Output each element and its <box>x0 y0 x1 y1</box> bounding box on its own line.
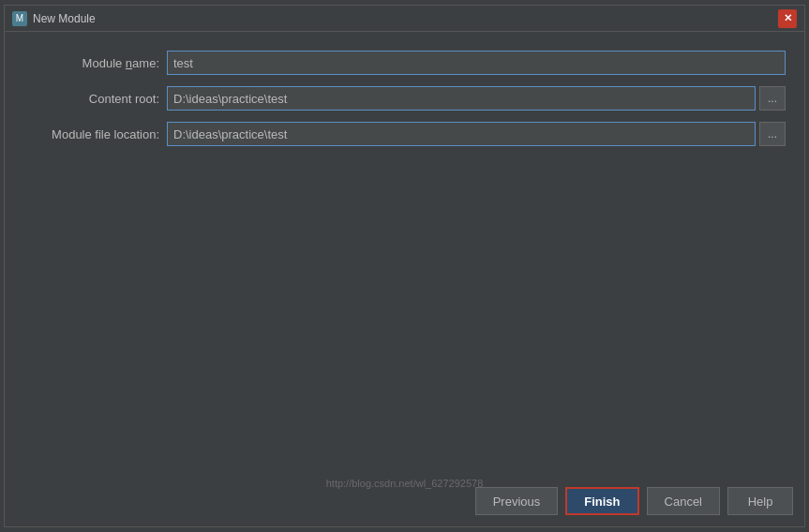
dialog-content: Module name: Content root: ... Module fi… <box>5 32 804 480</box>
watermark: http://blog.csdn.net/wl_627292578 <box>326 478 484 489</box>
module-file-location-input-wrapper: ... <box>167 122 786 146</box>
module-file-location-row: Module file location: ... <box>23 122 786 146</box>
content-root-label: Content root: <box>23 92 159 106</box>
module-file-location-label: Module file location: <box>23 127 159 141</box>
content-spacer <box>23 146 786 470</box>
help-button[interactable]: Help <box>727 487 793 515</box>
module-name-input-wrapper <box>167 51 786 75</box>
module-name-row: Module name: <box>23 51 786 75</box>
content-root-input[interactable] <box>167 86 756 111</box>
previous-button[interactable]: Previous <box>475 487 559 515</box>
title-bar-left: M New Module <box>12 11 96 26</box>
module-file-location-input[interactable] <box>167 122 756 146</box>
module-file-location-browse-button[interactable]: ... <box>759 122 786 146</box>
cancel-button[interactable]: Cancel <box>647 487 720 515</box>
window-icon-letter: M <box>16 13 23 23</box>
window-title: New Module <box>33 12 96 25</box>
module-name-label: Module name: <box>23 56 159 70</box>
module-name-label-underline: n <box>126 56 132 70</box>
module-name-input[interactable] <box>167 51 786 75</box>
window-icon: M <box>12 11 27 26</box>
content-root-input-wrapper: ... <box>167 86 786 111</box>
title-bar: M New Module ✕ <box>5 6 804 32</box>
form-area: Module name: Content root: ... Module fi… <box>23 51 786 146</box>
close-button[interactable]: ✕ <box>778 9 797 28</box>
finish-button[interactable]: Finish <box>565 487 638 515</box>
content-root-row: Content root: ... <box>23 86 786 111</box>
new-module-dialog: M New Module ✕ Module name: Content root… <box>4 5 805 527</box>
content-root-browse-button[interactable]: ... <box>759 86 786 111</box>
